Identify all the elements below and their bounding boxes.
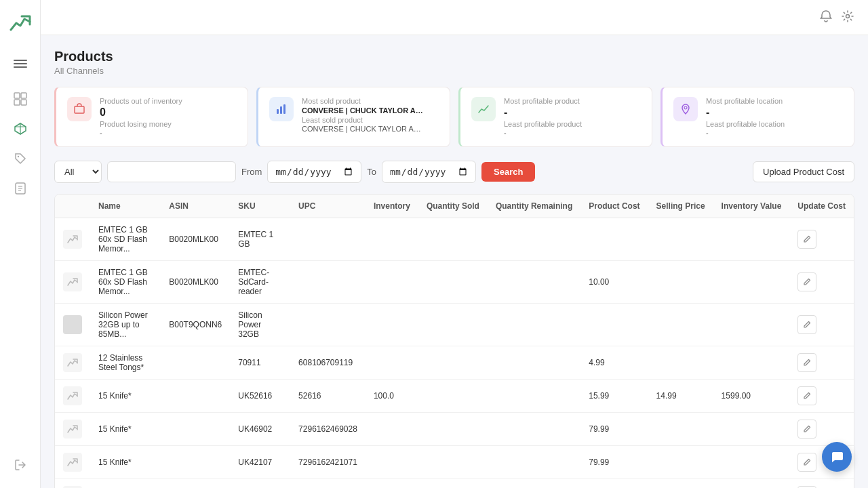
row-inventory: 100.0: [366, 380, 418, 413]
profitable-sub-value: -: [504, 129, 641, 137]
edit-button[interactable]: [797, 230, 816, 249]
header: [41, 0, 868, 35]
sidebar: [0, 0, 41, 488]
row-inventory_value: 1599.00: [713, 380, 790, 413]
edit-button[interactable]: [797, 453, 816, 472]
table-row: 15 Knife*UK42107729616242107179.99: [55, 446, 854, 479]
col-qty-remaining: Quantity Remaining: [488, 195, 580, 218]
col-asin: ASIN: [161, 195, 230, 218]
svg-rect-4: [21, 93, 26, 98]
table-header-row: Name ASIN SKU UPC Inventory Quantity Sol…: [55, 195, 854, 218]
sidebar-item-orders[interactable]: [8, 176, 33, 201]
edit-button[interactable]: [797, 420, 816, 439]
row-product_cost: 79.99: [580, 413, 648, 446]
main-content: Products All Channels Products out of in…: [41, 0, 868, 488]
col-inventory: Inventory: [366, 195, 418, 218]
profitable-label: Most profitable product: [504, 97, 641, 105]
menu-icon[interactable]: [8, 52, 33, 76]
row-edit-cell: [789, 380, 854, 413]
svg-rect-6: [21, 100, 26, 105]
edit-button[interactable]: [797, 315, 816, 334]
row-selling_price: [648, 261, 713, 304]
row-name: EMTEC 1 GB 60x SD Flash Memor...: [90, 218, 161, 261]
col-update-cost: Update Cost: [789, 195, 854, 218]
row-sku: Silicon Power 32GB: [230, 304, 290, 346]
col-inventory-value: Inventory Value: [713, 195, 790, 218]
row-asin: [161, 346, 230, 380]
sidebar-item-dashboard[interactable]: [8, 87, 33, 111]
from-date-input[interactable]: [267, 161, 361, 183]
row-edit-cell: [789, 261, 854, 304]
table-row: 12 Stainless Steel Tongs*709116081067091…: [55, 346, 854, 380]
row-inventory: [366, 446, 418, 479]
summary-cards: Products out of inventory 0 Product losi…: [54, 87, 854, 147]
card-inventory: Products out of inventory 0 Product losi…: [54, 87, 248, 147]
row-upc: [290, 304, 366, 346]
to-date-input[interactable]: [382, 161, 476, 183]
sidebar-item-tags[interactable]: [8, 146, 33, 171]
inventory-card-label: Products out of inventory: [100, 97, 237, 105]
search-button[interactable]: Search: [481, 162, 535, 182]
row-asin: [161, 380, 230, 413]
edit-button[interactable]: [797, 386, 816, 405]
row-selling_price: [648, 218, 713, 261]
row-product-icon: [55, 304, 90, 346]
table-row: 15 Knife*UK46902729616246902879.99: [55, 413, 854, 446]
channel-select[interactable]: All: [54, 161, 102, 183]
header-right: [819, 9, 854, 25]
table-row: 15 Knife*UK42106729616242106479.99: [55, 479, 854, 489]
most-sold-card-icon: [269, 97, 294, 121]
row-selling_price: [648, 479, 713, 489]
row-sku: EMTEC 1 GB: [230, 218, 290, 261]
row-product-icon: [55, 479, 90, 489]
row-qty_sold: [418, 218, 488, 261]
product-icon: [63, 230, 82, 249]
svg-rect-3: [14, 93, 20, 98]
row-edit-cell: [789, 346, 854, 380]
page-subtitle: All Channels: [54, 66, 854, 76]
row-inventory: [366, 413, 418, 446]
table-row: EMTEC 1 GB 60x SD Flash Memor...B0020MLK…: [55, 261, 854, 304]
row-product_cost: 79.99: [580, 479, 648, 489]
search-input[interactable]: [107, 161, 236, 182]
row-product_cost: [580, 218, 648, 261]
card-most-sold: Most sold product CONVERSE | CHUCK TAYLO…: [256, 87, 450, 147]
row-inventory_value: [713, 346, 790, 380]
row-product-icon: [55, 413, 90, 446]
row-inventory_value: [713, 446, 790, 479]
edit-button[interactable]: [797, 353, 816, 372]
row-product-icon: [55, 380, 90, 413]
chat-bubble[interactable]: [822, 442, 852, 472]
most-sold-card-body: Most sold product CONVERSE | CHUCK TAYLO…: [302, 97, 439, 133]
location-value: -: [706, 106, 843, 119]
row-inventory_value: [713, 413, 790, 446]
svg-rect-13: [75, 106, 84, 113]
svg-rect-0: [14, 60, 27, 61]
row-upc: 52616: [290, 380, 366, 413]
row-inventory: [366, 218, 418, 261]
row-product-icon: [55, 446, 90, 479]
logout-icon[interactable]: [8, 453, 33, 477]
sidebar-logout[interactable]: [8, 453, 33, 477]
sidebar-item-products[interactable]: [8, 117, 33, 141]
row-product-icon: [55, 346, 90, 380]
row-qty_remaining: [488, 413, 580, 446]
row-upc: [290, 218, 366, 261]
row-edit-cell: [789, 218, 854, 261]
notification-icon[interactable]: [819, 9, 833, 25]
settings-icon[interactable]: [841, 9, 854, 25]
product-icon: [63, 272, 82, 291]
upload-product-cost-button[interactable]: Upload Product Cost: [753, 161, 854, 182]
row-product_cost: 10.00: [580, 261, 648, 304]
row-name: EMTEC 1 GB 60x SD Flash Memor...: [90, 261, 161, 304]
row-sku: UK42106: [230, 479, 290, 489]
row-inventory: [366, 479, 418, 489]
row-inventory_value: [713, 304, 790, 346]
svg-rect-1: [14, 63, 27, 64]
row-name: 15 Knife*: [90, 413, 161, 446]
edit-button[interactable]: [797, 272, 816, 291]
row-selling_price: [648, 346, 713, 380]
svg-point-12: [846, 15, 850, 18]
product-thumbnail: [63, 315, 82, 334]
svg-point-17: [684, 106, 687, 109]
